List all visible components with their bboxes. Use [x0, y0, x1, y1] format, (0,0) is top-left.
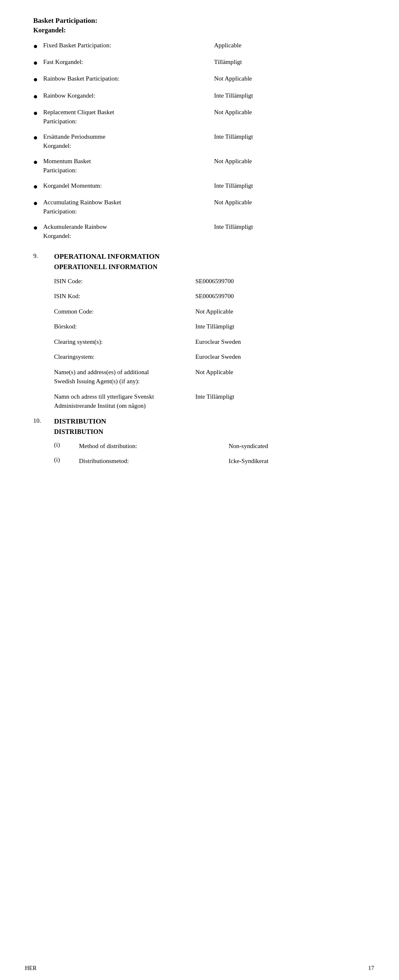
list-item: ● Replacement Cliquet BasketParticipatio… [33, 108, 374, 126]
bullet-icon: ● [33, 74, 43, 85]
item-label: Accumulating Rainbow BasketParticipation… [43, 198, 210, 216]
dist-label: Method of distribution: [79, 441, 224, 451]
basket-items-list: ● Fixed Basket Participation: Applicable… [33, 41, 374, 241]
list-item: ● Fixed Basket Participation: Applicable [33, 41, 374, 51]
info-label: Börskod: [54, 322, 195, 331]
list-item: ● Ersättande PeriodsummeKorgandel: Inte … [33, 132, 374, 151]
distribution-heading-sv: DISTRIBUTION [54, 428, 374, 436]
info-row: Namn och adress till ytterligare Svenskt… [54, 392, 374, 411]
item-value: Tillämpligt [210, 57, 374, 67]
dist-value: Icke-Syndikerat [224, 456, 374, 466]
dist-row: (i) Distributionsmetod: Icke-Syndikerat [54, 456, 374, 466]
bullet-icon: ● [33, 91, 43, 102]
basket-participation-title: Basket Participation: [33, 17, 374, 25]
footer-left: HER [25, 965, 37, 972]
basket-participation-heading: Basket Participation: Korgandel: [33, 17, 374, 34]
bullet-icon: ● [33, 57, 43, 68]
info-row: ISIN Code: SE0006599700 [54, 277, 374, 286]
list-item: ● Accumulating Rainbow BasketParticipati… [33, 198, 374, 216]
list-item: ● Rainbow Basket Participation: Not Appl… [33, 74, 374, 85]
info-value: Not Applicable [195, 307, 374, 316]
info-label: ISIN Code: [54, 277, 195, 286]
info-value: Not Applicable [195, 368, 374, 377]
item-label: Rainbow Basket Participation: [43, 74, 210, 83]
section-9-number: 9. [33, 252, 54, 260]
bullet-icon: ● [33, 198, 43, 208]
item-value: Inte Tillämpligt [210, 91, 374, 100]
bullet-icon: ● [33, 41, 43, 51]
info-row: Name(s) and address(es) of additionalSwe… [54, 368, 374, 386]
item-label: Korgandel Momentum: [43, 181, 210, 191]
korgandel-title: Korgandel: [33, 27, 374, 34]
info-row: Common Code: Not Applicable [54, 307, 374, 316]
section-10-title-row: 10. DISTRIBUTION [33, 417, 374, 426]
dist-value: Non-syndicated [224, 441, 374, 451]
bullet-icon: ● [33, 181, 43, 192]
distribution-section: 10. DISTRIBUTION DISTRIBUTION (i) Method… [33, 417, 374, 466]
bullet-icon: ● [33, 222, 43, 233]
item-label: Rainbow Korgandel: [43, 91, 210, 100]
info-label: Namn och adress till ytterligare Svenskt… [54, 392, 195, 411]
item-label: Replacement Cliquet BasketParticipation: [43, 108, 210, 126]
dist-num: (i) [54, 441, 79, 448]
info-value: Euroclear Sweden [195, 352, 374, 362]
info-value: Inte Tillämpligt [195, 322, 374, 331]
page-content: Basket Participation: Korgandel: ● Fixed… [0, 0, 399, 505]
item-value: Not Applicable [210, 198, 374, 207]
operational-heading-sv: OPERATIONELL INFORMATION [54, 263, 374, 271]
footer-right: 17 [368, 965, 374, 972]
dist-num: (i) [54, 456, 79, 463]
item-label: Fixed Basket Participation: [43, 41, 210, 50]
dist-label: Distributionsmetod: [79, 456, 224, 466]
item-label: Fast Korgandel: [43, 57, 210, 67]
info-value: SE0006599700 [195, 277, 374, 286]
list-item: ● Rainbow Korgandel: Inte Tillämpligt [33, 91, 374, 102]
list-item: ● Korgandel Momentum: Inte Tillämpligt [33, 181, 374, 192]
item-label: Momentum BasketParticipation: [43, 157, 210, 175]
page-footer: HER 17 [0, 965, 399, 972]
item-value: Not Applicable [210, 157, 374, 166]
item-value: Inte Tillämpligt [210, 181, 374, 191]
info-label: Clearing system(s): [54, 337, 195, 347]
info-label: Common Code: [54, 307, 195, 316]
bullet-icon: ● [33, 157, 43, 167]
item-value: Not Applicable [210, 74, 374, 83]
list-item: ● Fast Korgandel: Tillämpligt [33, 57, 374, 68]
info-row: ISIN Kod: SE0006599700 [54, 292, 374, 301]
operational-heading-en: OPERATIONAL INFORMATION [54, 252, 160, 261]
dist-row: (i) Method of distribution: Non-syndicat… [54, 441, 374, 451]
item-label: Ackumulerande RainbowKorgandel: [43, 222, 210, 241]
distribution-heading-en: DISTRIBUTION [54, 417, 106, 426]
info-label: Clearingsystem: [54, 352, 195, 362]
info-row: Clearingsystem: Euroclear Sweden [54, 352, 374, 362]
info-value: SE0006599700 [195, 292, 374, 301]
info-value: Inte Tillämpligt [195, 392, 374, 402]
info-row: Clearing system(s): Euroclear Sweden [54, 337, 374, 347]
list-item: ● Momentum BasketParticipation: Not Appl… [33, 157, 374, 175]
item-value: Inte Tillämpligt [210, 222, 374, 232]
info-row: Börskod: Inte Tillämpligt [54, 322, 374, 331]
item-label: Ersättande PeriodsummeKorgandel: [43, 132, 210, 151]
bullet-icon: ● [33, 132, 43, 143]
list-item: ● Ackumulerande RainbowKorgandel: Inte T… [33, 222, 374, 241]
item-value: Applicable [210, 41, 374, 50]
section-10-number: 10. [33, 417, 54, 424]
info-value: Euroclear Sweden [195, 337, 374, 347]
item-value: Inte Tillämpligt [210, 132, 374, 142]
item-value: Not Applicable [210, 108, 374, 117]
operational-information-section: 9. OPERATIONAL INFORMATION OPERATIONELL … [33, 252, 374, 411]
info-label: ISIN Kod: [54, 292, 195, 301]
bullet-icon: ● [33, 108, 43, 118]
info-label: Name(s) and address(es) of additionalSwe… [54, 368, 195, 386]
section-9-title-row: 9. OPERATIONAL INFORMATION [33, 252, 374, 261]
